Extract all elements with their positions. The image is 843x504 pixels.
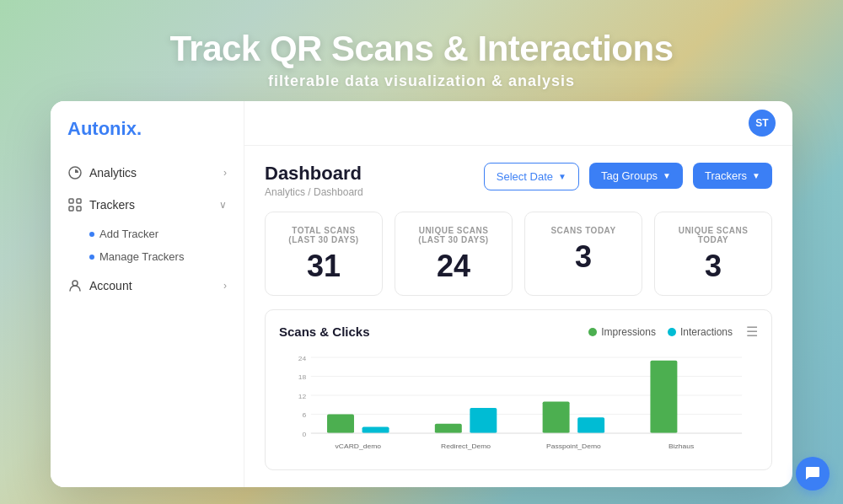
svg-text:vCARD_demo: vCARD_demo — [336, 442, 382, 450]
chat-bubble[interactable] — [796, 457, 830, 491]
chart-header: Scans & Clicks Impressions Interactions — [279, 324, 758, 340]
chart-body: 06121824vCARD_demoRedirect_DemoPasspoint… — [279, 350, 758, 456]
stat-label-0: TOTAL SCANS (LAST 30 DAYS) — [279, 226, 368, 244]
content-area: ST Dashboard Analytics / Dashboard Selec… — [244, 101, 792, 487]
sidebar-item-account[interactable]: Account › — [51, 270, 244, 302]
svg-text:Passpoint_Demo: Passpoint_Demo — [546, 442, 601, 450]
manage-trackers-label: Manage Trackers — [99, 250, 184, 263]
stat-card-1: UNIQUE SCANS (LAST 30 DAYS) 24 — [395, 212, 513, 296]
svg-rect-4 — [77, 206, 81, 211]
svg-rect-17 — [362, 427, 389, 434]
svg-rect-25 — [650, 361, 677, 433]
hero-section: Track QR Scans & Interactions filterable… — [0, 0, 843, 118]
logo: Autonix. — [51, 118, 244, 157]
dashboard: Dashboard Analytics / Dashboard Select D… — [244, 146, 792, 487]
dashboard-title: Dashboard — [265, 163, 363, 185]
stat-label-3: UNIQUE SCANS TODAY — [668, 226, 758, 244]
hero-subtitle: filterable data visualization & analysis — [268, 72, 575, 90]
interactions-dot — [668, 328, 676, 336]
stat-card-2: SCANS TODAY 3 — [524, 212, 642, 296]
svg-text:18: 18 — [298, 373, 307, 381]
stat-value-0: 31 — [307, 251, 341, 281]
select-date-label: Select Date — [497, 170, 553, 183]
sidebar-item-add-tracker[interactable]: Add Tracker — [51, 223, 244, 245]
chart-menu-icon[interactable]: ☰ — [746, 324, 758, 340]
sub-dot-icon — [89, 232, 94, 237]
svg-text:6: 6 — [302, 410, 306, 419]
select-date-caret-icon: ▼ — [558, 172, 566, 181]
sub-dot-icon — [89, 255, 94, 260]
sidebar-item-account-label: Account — [89, 279, 132, 292]
stat-label-1: UNIQUE SCANS (LAST 30 DAYS) — [409, 226, 498, 244]
dashboard-header: Dashboard Analytics / Dashboard Select D… — [265, 163, 772, 198]
sidebar-item-trackers-label: Trackers — [89, 198, 135, 212]
svg-point-5 — [72, 281, 78, 286]
sidebar-item-analytics-label: Analytics — [89, 166, 137, 180]
stat-value-2: 3 — [575, 242, 592, 272]
analytics-icon — [67, 165, 83, 180]
svg-rect-16 — [327, 415, 354, 434]
chevron-down-icon: ∨ — [219, 199, 227, 211]
sidebar-item-manage-trackers[interactable]: Manage Trackers — [51, 245, 244, 268]
trackers-caret-icon: ▼ — [752, 171, 760, 180]
sidebar-item-analytics[interactable]: Analytics › — [51, 157, 244, 189]
stat-card-3: UNIQUE SCANS TODAY 3 — [654, 212, 772, 296]
trackers-icon — [67, 197, 83, 212]
svg-text:Redirect_Demo: Redirect_Demo — [441, 442, 491, 450]
svg-rect-19 — [435, 424, 462, 433]
dashboard-title-area: Dashboard Analytics / Dashboard — [265, 163, 363, 198]
legend-interactions: Interactions — [668, 326, 733, 338]
chart-title: Scans & Clicks — [279, 324, 370, 339]
trackers-submenu: Add Tracker Manage Trackers — [51, 221, 244, 270]
svg-rect-2 — [77, 199, 81, 203]
svg-text:12: 12 — [298, 392, 307, 400]
impressions-dot — [588, 328, 597, 336]
sidebar-item-trackers[interactable]: Trackers ∨ — [51, 189, 244, 221]
chart-svg: 06121824vCARD_demoRedirect_DemoPasspoint… — [279, 350, 758, 456]
hero-title: Track QR Scans & Interactions — [169, 29, 673, 69]
trackers-filter-label: Trackers — [705, 169, 747, 182]
add-tracker-label: Add Tracker — [99, 228, 158, 240]
svg-rect-1 — [69, 199, 73, 203]
select-date-button[interactable]: Select Date ▼ — [484, 163, 579, 190]
interactions-label: Interactions — [680, 326, 733, 338]
svg-rect-3 — [69, 206, 73, 211]
svg-text:24: 24 — [298, 354, 307, 362]
chart-card: Scans & Clicks Impressions Interactions — [265, 309, 772, 470]
chart-legend: Impressions Interactions — [588, 326, 733, 338]
main-card: Autonix. Analytics › — [51, 101, 792, 487]
stat-card-0: TOTAL SCANS (LAST 30 DAYS) 31 — [265, 212, 383, 296]
svg-rect-22 — [543, 402, 570, 434]
chevron-right-icon: › — [223, 280, 227, 292]
stat-value-1: 24 — [437, 251, 470, 281]
stats-row: TOTAL SCANS (LAST 30 DAYS) 31 UNIQUE SCA… — [265, 212, 772, 296]
sidebar: Autonix. Analytics › — [51, 101, 244, 487]
svg-text:Bizhaus: Bizhaus — [668, 442, 694, 450]
stat-label-2: SCANS TODAY — [550, 226, 615, 235]
avatar: ST — [749, 110, 776, 137]
chevron-right-icon: › — [223, 167, 227, 179]
svg-text:0: 0 — [302, 430, 306, 438]
stat-value-3: 3 — [705, 251, 722, 281]
svg-rect-23 — [577, 417, 604, 433]
topbar: ST — [244, 101, 792, 146]
breadcrumb: Analytics / Dashboard — [265, 186, 363, 198]
tag-groups-label: Tag Groups — [601, 169, 658, 182]
impressions-label: Impressions — [601, 326, 656, 338]
account-icon — [67, 278, 83, 293]
svg-rect-20 — [470, 408, 497, 433]
tag-groups-button[interactable]: Tag Groups ▼ — [589, 163, 683, 189]
legend-impressions: Impressions — [588, 326, 656, 338]
trackers-button[interactable]: Trackers ▼ — [693, 163, 772, 189]
tag-groups-caret-icon: ▼ — [663, 171, 671, 180]
